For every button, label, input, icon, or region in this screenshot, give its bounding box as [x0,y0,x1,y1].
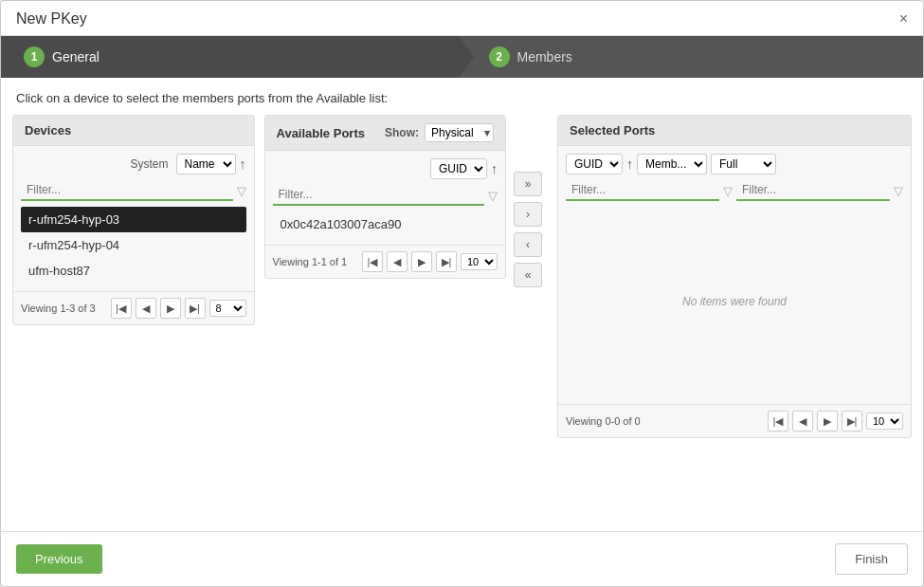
show-group: Show: Physical Virtual All [385,123,494,142]
panels-container: Devices System Name ↑ ▽ r-ufm254-hyp-03 … [1,115,923,531]
selected-ports-panel-header: Selected Ports [558,116,911,146]
available-ports-page-size-select[interactable]: 10 25 [461,253,498,270]
move-all-right-button[interactable]: » [514,172,542,196]
available-ports-next-page-btn[interactable]: ▶ [411,251,432,272]
available-ports-filter-icon[interactable]: ▽ [488,189,498,203]
devices-list: r-ufm254-hyp-03 r-ufm254-hyp-04 ufm-host… [21,207,246,284]
close-button[interactable]: × [899,11,908,27]
available-ports-panel-header: Available Ports Show: Physical Virtual A… [265,116,506,151]
selected-ports-page-size-select[interactable]: 10 25 [866,413,903,430]
devices-sort-select[interactable]: Name [176,154,236,174]
selected-ports-panel-footer: Viewing 0-0 of 0 |◀ ◀ ▶ ▶| 10 25 [558,404,911,437]
step1-number: 1 [24,46,45,67]
available-ports-first-page-btn[interactable]: |◀ [362,251,383,272]
devices-panel: Devices System Name ↑ ▽ r-ufm254-hyp-03 … [12,115,255,325]
available-ports-filter-row: ▽ [273,185,498,206]
available-ports-panel-footer: Viewing 1-1 of 1 |◀ ◀ ▶ ▶| 10 25 [265,245,506,278]
selected-ports-member-select[interactable]: Memb... [637,154,707,174]
selected-ports-sort-arrow[interactable]: ↑ [626,156,633,172]
available-ports-viewing-text: Viewing 1-1 of 1 [273,256,359,267]
selected-ports-full-select[interactable]: Full Limited [711,154,776,174]
devices-last-page-btn[interactable]: ▶| [185,298,206,319]
device-item-1[interactable]: r-ufm254-hyp-04 [21,232,246,258]
devices-filter-input[interactable] [21,180,233,201]
dialog-title: New PKey [16,10,87,28]
page-instruction: Click on a device to select the members … [1,78,923,115]
new-pkey-dialog: New PKey × 1 General 2 Members Click on … [0,0,924,587]
available-ports-header-label: Available Ports [277,126,365,140]
selected-ports-filter-icon-2[interactable]: ▽ [894,184,903,198]
show-label: Show: [385,126,419,139]
available-ports-sort-row: GUID ↑ [273,158,498,179]
show-physical-select[interactable]: Physical Virtual All [425,123,494,142]
devices-sort-row: System Name ↑ [21,154,246,174]
selected-ports-filter-input-1[interactable] [566,180,719,201]
device-item-0[interactable]: r-ufm254-hyp-03 [21,207,246,232]
selected-ports-next-page-btn[interactable]: ▶ [817,411,838,431]
selected-ports-prev-page-btn[interactable]: ◀ [792,411,813,431]
step2-label: Members [517,49,572,64]
previous-button[interactable]: Previous [16,544,102,574]
devices-panel-body: System Name ↑ ▽ r-ufm254-hyp-03 r-ufm254… [13,146,254,291]
selected-ports-last-page-btn[interactable]: ▶| [842,411,862,431]
move-right-button[interactable]: › [514,202,542,227]
move-all-left-button[interactable]: « [514,263,542,287]
transfer-buttons: » › ‹ « [506,172,550,287]
available-ports-last-page-btn[interactable]: ▶| [436,251,457,272]
available-ports-sort-select[interactable]: GUID [430,158,487,179]
available-ports-prev-page-btn[interactable]: ◀ [387,251,408,272]
devices-filter-row: ▽ [21,180,246,201]
step-general[interactable]: 1 General [1,36,459,78]
no-items-text: No items were found [566,207,903,396]
device-item-2[interactable]: ufm-host87 [21,258,246,284]
selected-ports-sort-row: GUID ↑ Memb... Full Limited [566,154,903,174]
devices-viewing-text: Viewing 1-3 of 3 [21,303,107,314]
step-members[interactable]: 2 Members [459,36,924,78]
devices-page-size-select[interactable]: 8 10 25 [209,300,246,317]
available-ports-list: 0x0c42a103007aca90 [273,211,498,237]
selected-ports-panel: Selected Ports GUID ↑ Memb... Full Limit… [557,115,912,438]
devices-prev-page-btn[interactable]: ◀ [136,298,156,319]
dialog-header: New PKey × [1,1,923,36]
available-ports-panel-body: GUID ↑ ▽ 0x0c42a103007aca90 [265,151,506,245]
available-ports-sort-arrow[interactable]: ↑ [491,161,498,176]
available-ports-panel: Available Ports Show: Physical Virtual A… [264,115,507,279]
available-ports-filter-input[interactable] [273,185,485,206]
finish-button[interactable]: Finish [835,543,908,575]
move-left-button[interactable]: ‹ [514,232,542,257]
selected-ports-panel-body: GUID ↑ Memb... Full Limited ▽ ▽ [558,146,911,404]
devices-first-page-btn[interactable]: |◀ [111,298,132,319]
devices-filter-icon[interactable]: ▽ [237,184,246,198]
guid-item-0[interactable]: 0x0c42a103007aca90 [273,211,498,237]
devices-next-page-btn[interactable]: ▶ [160,298,181,319]
selected-ports-filter-icon-1[interactable]: ▽ [723,184,733,198]
system-sort-label: System [130,157,168,171]
selected-ports-first-page-btn[interactable]: |◀ [768,411,788,431]
selected-ports-filter-row: ▽ ▽ [566,180,903,201]
selected-ports-viewing-text: Viewing 0-0 of 0 [566,415,764,427]
devices-panel-footer: Viewing 1-3 of 3 |◀ ◀ ▶ ▶| 8 10 25 [13,291,254,324]
dialog-footer: Previous Finish [1,531,923,586]
devices-sort-arrow[interactable]: ↑ [240,156,246,172]
step2-number: 2 [489,46,510,67]
wizard-steps: 1 General 2 Members [1,36,923,78]
devices-panel-header: Devices [13,116,254,146]
step1-label: General [52,49,100,64]
selected-ports-guid-select[interactable]: GUID [566,154,623,174]
show-select-wrapper: Physical Virtual All [425,123,494,142]
selected-ports-filter-input-2[interactable] [736,180,890,201]
